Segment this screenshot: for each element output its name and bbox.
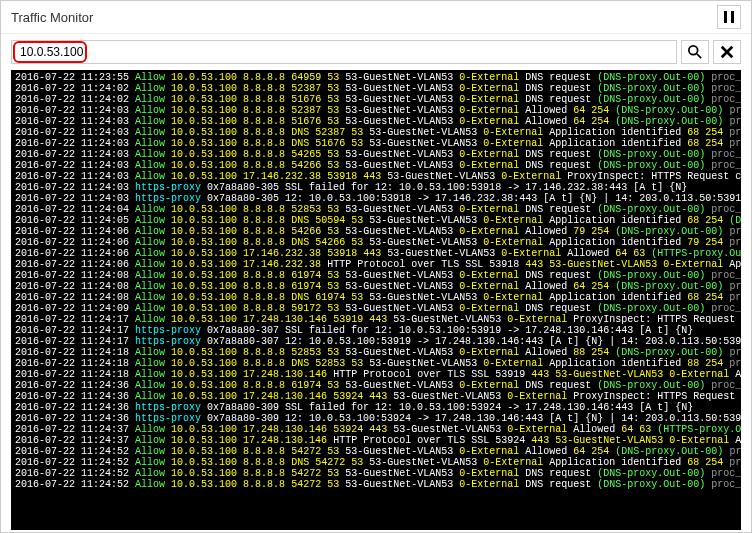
log-line: 2016-07-22 11:24:18 Allow 10.0.53.100 8.… xyxy=(15,358,737,369)
log-line: 2016-07-22 11:24:09 Allow 10.0.53.100 8.… xyxy=(15,303,737,314)
log-line: 2016-07-22 11:24:03 Allow 10.0.53.100 8.… xyxy=(15,149,737,160)
log-line: 2016-07-22 11:24:02 Allow 10.0.53.100 8.… xyxy=(15,83,737,94)
log-line: 2016-07-22 11:24:18 Allow 10.0.53.100 8.… xyxy=(15,347,737,358)
search-button[interactable] xyxy=(681,40,709,64)
search-input[interactable] xyxy=(11,40,677,64)
log-line: 2016-07-22 11:24:52 Allow 10.0.53.100 8.… xyxy=(15,468,737,479)
log-line: 2016-07-22 11:24:17 https-proxy 0x7a8a80… xyxy=(15,336,737,347)
log-line: 2016-07-22 11:24:03 Allow 10.0.53.100 8.… xyxy=(15,105,737,116)
log-line: 2016-07-22 11:24:36 https-proxy 0x7a8a80… xyxy=(15,402,737,413)
log-viewer[interactable]: 2016-07-22 11:23:55 Allow 10.0.53.100 8.… xyxy=(11,70,741,530)
log-line: 2016-07-22 11:24:18 Allow 10.0.53.100 17… xyxy=(15,369,737,380)
log-line: 2016-07-22 11:24:36 https-proxy 0x7a8a80… xyxy=(15,413,737,424)
search-icon xyxy=(688,45,702,59)
log-line: 2016-07-22 11:23:55 Allow 10.0.53.100 8.… xyxy=(15,72,737,83)
log-line: 2016-07-22 11:24:03 Allow 10.0.53.100 8.… xyxy=(15,160,737,171)
log-line: 2016-07-22 11:24:06 Allow 10.0.53.100 17… xyxy=(15,248,737,259)
log-line: 2016-07-22 11:24:03 https-proxy 0x7a8a80… xyxy=(15,193,737,204)
pause-button[interactable] xyxy=(717,5,741,29)
svg-rect-1 xyxy=(731,11,734,23)
log-line: 2016-07-22 11:24:03 https-proxy 0x7a8a80… xyxy=(15,182,737,193)
log-line: 2016-07-22 11:24:03 Allow 10.0.53.100 17… xyxy=(15,171,737,182)
svg-point-2 xyxy=(689,46,698,55)
log-line: 2016-07-22 11:24:03 Allow 10.0.53.100 8.… xyxy=(15,127,737,138)
log-line: 2016-07-22 11:24:52 Allow 10.0.53.100 8.… xyxy=(15,479,737,490)
log-line: 2016-07-22 11:24:08 Allow 10.0.53.100 8.… xyxy=(15,281,737,292)
log-line: 2016-07-22 11:24:02 Allow 10.0.53.100 8.… xyxy=(15,94,737,105)
log-line: 2016-07-22 11:24:37 Allow 10.0.53.100 17… xyxy=(15,424,737,435)
log-line: 2016-07-22 11:24:08 Allow 10.0.53.100 8.… xyxy=(15,292,737,303)
svg-rect-0 xyxy=(724,11,727,23)
log-line: 2016-07-22 11:24:06 Allow 10.0.53.100 17… xyxy=(15,259,737,270)
search-wrap xyxy=(11,40,677,64)
log-line: 2016-07-22 11:24:04 Allow 10.0.53.100 8.… xyxy=(15,204,737,215)
log-line: 2016-07-22 11:24:06 Allow 10.0.53.100 8.… xyxy=(15,237,737,248)
close-icon xyxy=(720,45,734,59)
header: Traffic Monitor xyxy=(1,1,751,34)
log-line: 2016-07-22 11:24:17 Allow 10.0.53.100 17… xyxy=(15,314,737,325)
window-title: Traffic Monitor xyxy=(11,10,93,25)
clear-button[interactable] xyxy=(713,40,741,64)
log-line: 2016-07-22 11:24:03 Allow 10.0.53.100 8.… xyxy=(15,138,737,149)
log-line: 2016-07-22 11:24:36 Allow 10.0.53.100 17… xyxy=(15,391,737,402)
log-line: 2016-07-22 11:24:05 Allow 10.0.53.100 8.… xyxy=(15,215,737,226)
log-line: 2016-07-22 11:24:06 Allow 10.0.53.100 8.… xyxy=(15,226,737,237)
log-line: 2016-07-22 11:24:52 Allow 10.0.53.100 8.… xyxy=(15,457,737,468)
log-line: 2016-07-22 11:24:08 Allow 10.0.53.100 8.… xyxy=(15,270,737,281)
log-line: 2016-07-22 11:24:37 Allow 10.0.53.100 17… xyxy=(15,435,737,446)
search-bar xyxy=(1,34,751,70)
log-line: 2016-07-22 11:24:17 https-proxy 0x7a8a80… xyxy=(15,325,737,336)
log-line: 2016-07-22 11:24:03 Allow 10.0.53.100 8.… xyxy=(15,116,737,127)
log-line: 2016-07-22 11:24:36 Allow 10.0.53.100 8.… xyxy=(15,380,737,391)
pause-icon xyxy=(724,11,734,23)
log-line: 2016-07-22 11:24:52 Allow 10.0.53.100 8.… xyxy=(15,446,737,457)
svg-line-3 xyxy=(697,54,701,58)
